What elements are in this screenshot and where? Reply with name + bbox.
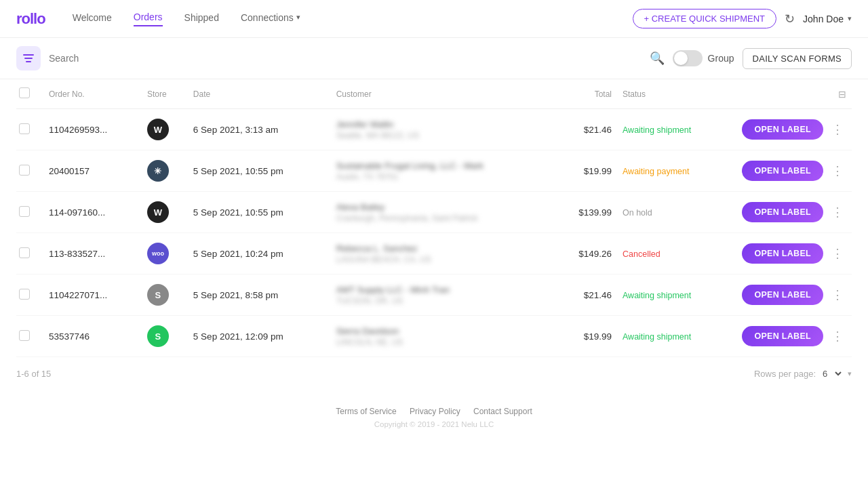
total-cell: $19.99 <box>555 316 617 357</box>
table-body: 1104269593... W 6 Sep 2021, 3:13 am Jenn… <box>16 109 852 357</box>
customer-name: Rebecca L. Sanchez <box>336 243 550 253</box>
daily-scan-button[interactable]: DAILY SCAN FORMS <box>743 48 852 69</box>
date-cell: 5 Sep 2021, 10:24 pm <box>188 233 331 274</box>
row-checkbox-cell <box>16 233 43 274</box>
row-checkbox[interactable] <box>19 289 30 300</box>
store-icon: ✳ <box>147 160 169 182</box>
row-checkbox[interactable] <box>19 247 30 258</box>
refresh-button[interactable]: ↻ <box>785 12 795 26</box>
row-checkbox[interactable] <box>19 123 30 134</box>
customer-name: Jennifer Wallin <box>336 119 550 129</box>
user-menu[interactable]: John Doe ▾ <box>803 14 852 24</box>
more-options-button[interactable]: ⋮ <box>829 329 846 344</box>
orders-table-container: Order No. Store Date Customer Total Stat… <box>0 79 868 357</box>
chevron-down-icon: ▾ <box>296 13 300 22</box>
total-cell: $149.26 <box>555 233 617 274</box>
order-number-cell: 113-833527... <box>43 233 142 274</box>
store-icon: S <box>147 325 169 347</box>
action-cell: OPEN LABEL ⋮ <box>730 109 852 150</box>
order-date: 6 Sep 2021, 3:13 am <box>193 125 278 135</box>
order-total: $19.99 <box>584 331 612 342</box>
chevron-down-icon: ▾ <box>848 14 852 23</box>
nav-connections[interactable]: Connections ▾ <box>241 12 300 26</box>
open-label-button[interactable]: OPEN LABEL <box>742 161 823 181</box>
select-all-checkbox[interactable] <box>19 87 30 98</box>
logo-accent: r <box>16 10 22 27</box>
more-icon: ⋮ <box>831 288 844 302</box>
action-cell: OPEN LABEL ⋮ <box>730 274 852 316</box>
group-toggle-switch[interactable] <box>673 50 703 66</box>
row-checkbox[interactable] <box>19 330 30 341</box>
th-status: Status <box>617 79 730 109</box>
order-number-cell: 114-097160... <box>43 192 142 233</box>
more-icon: ⋮ <box>831 329 844 343</box>
order-total: $149.26 <box>578 249 612 259</box>
more-options-button[interactable]: ⋮ <box>829 287 846 302</box>
footer-support[interactable]: Contact Support <box>473 407 532 416</box>
th-customer: Customer <box>331 79 555 109</box>
svg-rect-0 <box>23 54 34 56</box>
footer-terms[interactable]: Terms of Service <box>336 407 396 416</box>
open-label-button[interactable]: OPEN LABEL <box>742 119 823 140</box>
nav-shipped[interactable]: Shipped <box>184 12 219 26</box>
customer-name: Sustainable Frugal Living, LLC - Mark <box>336 161 550 171</box>
customer-address: Seattle, WA 98122, US <box>336 131 550 140</box>
store-icon: W <box>147 119 169 140</box>
order-number: 113-833527... <box>49 249 105 259</box>
more-icon: ⋮ <box>831 164 844 178</box>
customer-info: Sierra Davidson LINCOLN, NE, US <box>336 326 550 347</box>
store-cell: woo <box>142 233 188 274</box>
store-icon: S <box>147 284 169 306</box>
row-checkbox[interactable] <box>19 165 30 176</box>
store-cell: W <box>142 192 188 233</box>
customer-name: Sierra Davidson <box>336 326 550 336</box>
rows-per-page-select[interactable]: 6 12 25 <box>820 368 844 380</box>
logo: rollo <box>16 10 45 28</box>
status-badge: Awaiting shipment <box>623 332 691 342</box>
open-label-button[interactable]: OPEN LABEL <box>742 202 823 222</box>
action-column: OPEN LABEL ⋮ <box>735 161 846 181</box>
user-name: John Doe <box>803 14 844 24</box>
row-checkbox[interactable] <box>19 206 30 217</box>
action-column: OPEN LABEL ⋮ <box>735 285 846 305</box>
order-number-cell: 1104269593... <box>43 109 142 150</box>
toolbar: 🔍 Group DAILY SCAN FORMS <box>0 38 868 79</box>
create-shipment-button[interactable]: + CREATE QUICK SHIPMENT <box>633 9 777 28</box>
group-label: Group <box>708 53 734 64</box>
status-cell: Awaiting payment <box>617 150 730 192</box>
status-badge: Cancelled <box>623 249 660 259</box>
table-row: 114-097160... W 5 Sep 2021, 10:55 pm Ale… <box>16 192 852 233</box>
filter-button[interactable] <box>16 46 41 70</box>
customer-address: LAGUNA BEACH, CA, US <box>336 255 550 264</box>
copyright: Copyright © 2019 - 2021 Nelu LLC <box>16 420 852 428</box>
date-cell: 5 Sep 2021, 12:09 pm <box>188 316 331 357</box>
date-cell: 6 Sep 2021, 3:13 am <box>188 109 331 150</box>
open-label-button[interactable]: OPEN LABEL <box>742 326 823 346</box>
th-order-no: Order No. <box>43 79 142 109</box>
search-input[interactable] <box>49 47 642 69</box>
rows-per-page-label: Rows per page: <box>754 369 816 379</box>
customer-address: Cranburgh, Pennsylvania, Saint Patrick <box>336 214 550 223</box>
store-icon: W <box>147 201 169 223</box>
more-options-button[interactable]: ⋮ <box>829 205 846 220</box>
order-number-cell: 1104227071... <box>43 274 142 316</box>
open-label-button[interactable]: OPEN LABEL <box>742 243 823 264</box>
footer-privacy[interactable]: Privacy Policy <box>410 407 460 416</box>
nav-welcome[interactable]: Welcome <box>73 12 112 26</box>
more-options-button[interactable]: ⋮ <box>829 122 846 137</box>
open-label-button[interactable]: OPEN LABEL <box>742 285 823 305</box>
status-badge: Awaiting shipment <box>623 125 691 135</box>
search-button[interactable]: 🔍 <box>650 51 665 66</box>
table-row: 1104227071... S 5 Sep 2021, 8:58 pm AMT … <box>16 274 852 316</box>
order-total: $19.99 <box>584 166 612 176</box>
total-cell: $21.46 <box>555 109 617 150</box>
more-options-button[interactable]: ⋮ <box>829 246 846 261</box>
more-options-button[interactable]: ⋮ <box>829 163 846 178</box>
svg-rect-1 <box>24 58 33 59</box>
nav-orders[interactable]: Orders <box>134 12 163 26</box>
customer-info: Sustainable Frugal Living, LLC - Mark Au… <box>336 161 550 182</box>
th-store: Store <box>142 79 188 109</box>
total-cell: $19.99 <box>555 150 617 192</box>
customer-name: Alexa Bailey <box>336 202 550 212</box>
table-footer: 1-6 of 15 Rows per page: 6 12 25 ▾ <box>0 357 868 390</box>
